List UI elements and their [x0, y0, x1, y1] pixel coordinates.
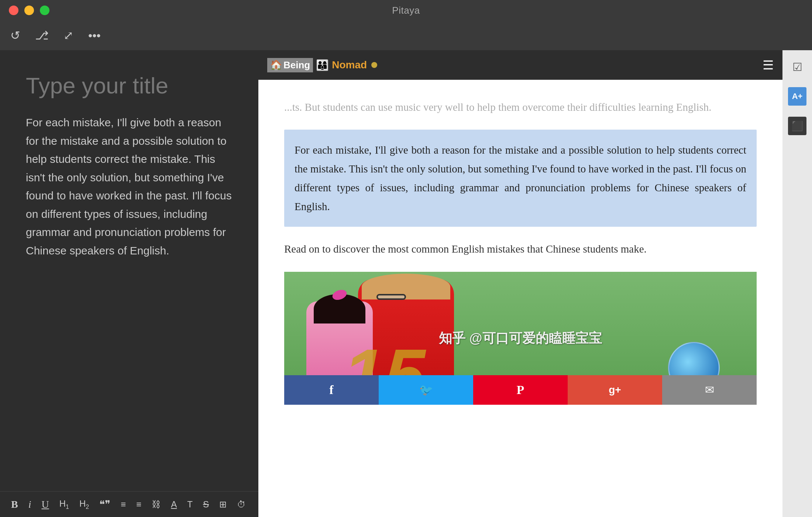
type-icon[interactable]: T: [187, 499, 193, 510]
fullscreen-icon[interactable]: ⤢: [63, 28, 73, 42]
web-logo: 🏠 Being 👨‍👩‍👦 Nomad: [267, 58, 377, 72]
underline-icon[interactable]: U: [41, 499, 49, 510]
link-icon[interactable]: ⛓: [152, 499, 161, 510]
twitter-share-button[interactable]: 🐦: [379, 375, 473, 405]
refresh-icon[interactable]: ↺: [10, 28, 20, 42]
facebook-share-button[interactable]: f: [284, 375, 379, 405]
h1-icon[interactable]: H1: [59, 499, 69, 510]
title-bar: Pitaya: [0, 0, 812, 21]
formula-icon[interactable]: A+: [788, 87, 806, 106]
logo-symbol: 🏠: [270, 59, 282, 71]
web-content: ...ts. But students can use music very w…: [258, 80, 782, 517]
share-icon[interactable]: ⎇: [35, 28, 49, 42]
web-image: 15 知乎 @可口可爱的瞌睡宝宝 f 🐦 P g+: [284, 272, 757, 405]
toolbar: ↺ ⎇ ⤢ •••: [0, 21, 812, 50]
italic-icon[interactable]: i: [28, 499, 31, 510]
email-share-button[interactable]: ✉: [662, 375, 757, 405]
logo-person-icon: 👨‍👩‍👦: [316, 59, 329, 71]
app-title: Pitaya: [392, 5, 420, 16]
editor-title-placeholder[interactable]: Type your title: [26, 72, 233, 99]
strikethrough-icon[interactable]: S: [203, 499, 209, 510]
googleplus-icon: g+: [609, 384, 621, 396]
list-ordered-icon[interactable]: ≡: [136, 499, 141, 510]
pinterest-icon: P: [517, 383, 524, 397]
quote-icon[interactable]: ❝❞: [99, 498, 110, 510]
text-color-icon[interactable]: A: [171, 499, 177, 510]
teacher-hair: [362, 274, 450, 299]
web-header: 🏠 Being 👨‍👩‍👦 Nomad ☰: [258, 50, 782, 80]
editor-body-text[interactable]: For each mistake, I'll give both a reaso…: [26, 113, 233, 260]
h2-icon[interactable]: H2: [79, 499, 89, 510]
list-unordered-icon[interactable]: ≡: [121, 499, 126, 510]
clock-icon[interactable]: ⏱: [237, 499, 246, 510]
image-icon[interactable]: ⊞: [219, 499, 227, 510]
pinterest-share-button[interactable]: P: [473, 375, 568, 405]
bottom-toolbar: B i U H1 H2 ❝❞ ≡ ≡ ⛓ A T S ⊞ ⏱ 57 单词 ▾: [0, 491, 258, 517]
email-icon: ✉: [705, 383, 714, 396]
bold-icon[interactable]: B: [11, 499, 18, 510]
web-intro-faded: ...ts. But students can use music very w…: [284, 98, 757, 116]
twitter-icon: 🐦: [419, 383, 433, 396]
traffic-lights: [9, 6, 49, 15]
tray-icon[interactable]: ⬛: [788, 117, 806, 135]
teacher-glasses: [376, 294, 406, 300]
social-share-bar: f 🐦 P g+ ✉: [284, 375, 757, 405]
checkbox-icon[interactable]: ☑: [788, 58, 806, 76]
web-panel: 🏠 Being 👨‍👩‍👦 Nomad ☰ ...ts. But student…: [258, 50, 782, 517]
logo-nomad: Nomad: [332, 59, 367, 71]
googleplus-share-button[interactable]: g+: [568, 375, 662, 405]
image-watermark: 知乎 @可口可爱的瞌睡宝宝: [439, 329, 602, 347]
right-sidebar: ☑ A+ ⬛: [782, 50, 812, 517]
maximize-button[interactable]: [40, 6, 49, 15]
facebook-icon: f: [329, 383, 333, 397]
logo-being: Being: [283, 59, 310, 71]
faded-text: ...ts. But students can use music very w…: [284, 101, 712, 113]
main-area: Type your title For each mistake, I'll g…: [0, 50, 812, 517]
hamburger-menu-icon[interactable]: ☰: [763, 58, 774, 72]
close-button[interactable]: [9, 6, 18, 15]
editor-panel: Type your title For each mistake, I'll g…: [0, 50, 258, 517]
logo-dot: [371, 62, 377, 68]
more-icon[interactable]: •••: [88, 29, 101, 42]
web-read-on-text: Read on to discover the most common Engl…: [284, 240, 757, 258]
web-highlighted-paragraph: For each mistake, I'll give both a reaso…: [284, 130, 757, 227]
minimize-button[interactable]: [24, 6, 34, 15]
